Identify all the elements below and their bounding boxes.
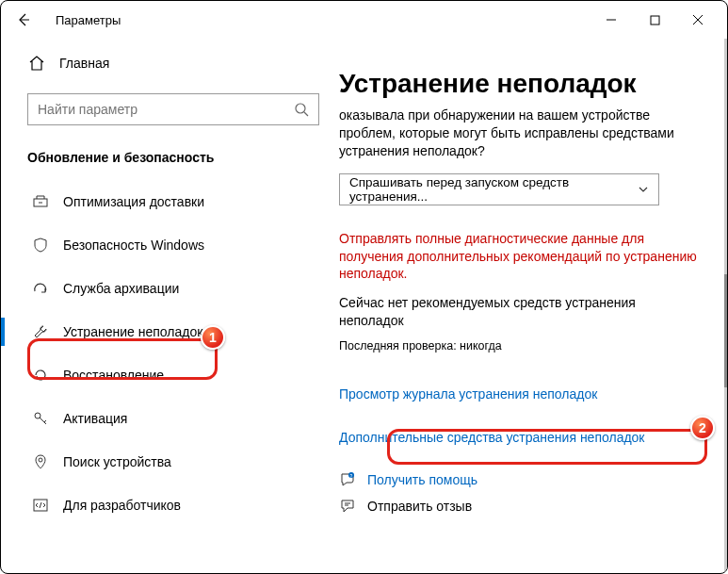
code-icon	[31, 497, 50, 514]
diagnostic-warning: Отправлять полные диагностические данные…	[339, 230, 701, 284]
sidebar-item-label: Для разработчиков	[63, 498, 181, 513]
svg-point-1	[296, 104, 305, 113]
search-input[interactable]	[27, 93, 319, 125]
sidebar: Главная Обновление и безопасность Оптими…	[1, 39, 338, 573]
sidebar-item-label: Безопасность Windows	[63, 238, 204, 253]
get-help-link[interactable]: Получить помощь	[367, 472, 477, 487]
home-icon	[27, 55, 46, 72]
sidebar-item-delivery[interactable]: Оптимизация доставки	[27, 182, 319, 221]
home-label: Главная	[59, 56, 109, 71]
sidebar-item-activation[interactable]: Активация	[27, 399, 319, 438]
sidebar-item-label: Активация	[63, 411, 127, 426]
scrollbar[interactable]	[724, 39, 727, 573]
sidebar-item-troubleshoot[interactable]: Устранение неполадок	[27, 312, 319, 352]
troubleshoot-mode-select[interactable]: Спрашивать перед запуском средств устран…	[339, 173, 659, 205]
search-field[interactable]	[38, 102, 294, 117]
window-title: Параметры	[56, 13, 121, 27]
back-button[interactable]	[8, 5, 39, 35]
chevron-down-icon	[638, 184, 649, 195]
last-check-text: Последняя проверка: никогда	[339, 339, 701, 353]
additional-troubleshooters-link[interactable]: Дополнительные средства устранения непол…	[339, 430, 701, 445]
wrench-icon	[31, 323, 50, 340]
sidebar-item-recovery[interactable]: Восстановление	[27, 355, 319, 395]
svg-text:?: ?	[350, 473, 353, 479]
page-title: Устранение неполадок	[339, 69, 701, 99]
sidebar-item-label: Восстановление	[63, 368, 164, 383]
minimize-button[interactable]	[590, 5, 633, 35]
sidebar-item-find-device[interactable]: Поиск устройства	[27, 442, 319, 482]
sidebar-item-label: Поиск устройства	[63, 454, 171, 469]
history-link[interactable]: Просмотр журнала устранения неполадок	[339, 386, 701, 402]
svg-point-4	[39, 458, 42, 462]
svg-rect-0	[651, 16, 659, 25]
delivery-icon	[31, 193, 50, 210]
feedback-icon	[339, 498, 356, 515]
key-icon	[31, 410, 50, 427]
sidebar-item-developers[interactable]: Для разработчиков	[27, 485, 319, 525]
backup-icon	[31, 280, 50, 297]
shield-icon	[31, 237, 50, 254]
feedback-link[interactable]: Отправить отзыв	[367, 499, 472, 514]
search-icon	[294, 102, 309, 117]
maximize-button[interactable]	[633, 5, 676, 35]
close-button[interactable]	[676, 5, 720, 35]
select-value: Спрашивать перед запуском средств устран…	[349, 175, 638, 204]
no-recommendations-text: Сейчас нет рекомендуемых средств устране…	[339, 294, 701, 330]
sidebar-item-label: Устранение неполадок	[63, 324, 202, 339]
sidebar-item-label: Оптимизация доставки	[63, 194, 204, 209]
sidebar-item-backup[interactable]: Служба архивации	[27, 269, 319, 308]
page-description: оказывала при обнаружении на вашем устро…	[339, 107, 701, 160]
home-link[interactable]: Главная	[27, 44, 319, 82]
recovery-icon	[31, 367, 50, 384]
help-icon: ?	[339, 471, 356, 488]
sidebar-item-label: Служба архивации	[63, 281, 179, 296]
content-pane: Устранение неполадок оказывала при обнар…	[338, 39, 727, 573]
sidebar-item-security[interactable]: Безопасность Windows	[27, 225, 319, 265]
sidebar-section-title: Обновление и безопасность	[27, 150, 319, 165]
location-icon	[31, 453, 50, 470]
